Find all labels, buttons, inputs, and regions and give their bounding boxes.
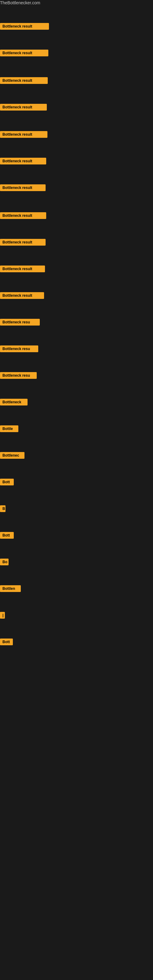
- bottleneck-badge-row: Bottleneck result: [0, 49, 48, 57]
- bottleneck-result-badge[interactable]: Bottleneck result: [0, 77, 48, 84]
- bottleneck-result-badge[interactable]: Bottleneck result: [0, 185, 46, 191]
- bottleneck-result-badge[interactable]: Bottleneck result: [0, 212, 46, 219]
- bottleneck-badge-row: Bottleneck result: [0, 131, 48, 139]
- bottleneck-badge-row: Bottleneck resu: [0, 372, 37, 380]
- bottleneck-badge-row: Bottleneck resu: [0, 319, 40, 327]
- bottleneck-badge-row: Bott: [0, 479, 14, 487]
- bottleneck-badge-row: Bottleneck result: [0, 77, 48, 85]
- bottleneck-result-badge[interactable]: Bo: [0, 558, 9, 565]
- bottleneck-result-badge[interactable]: Bottleneck result: [0, 49, 48, 56]
- bottleneck-badge-row: Bottleneck result: [0, 266, 45, 274]
- bottleneck-result-badge[interactable]: Bottleneck result: [0, 131, 48, 138]
- bottleneck-badge-row: Bottleneck result: [0, 239, 46, 247]
- bottleneck-badge-row: Bottleneck result: [0, 23, 49, 31]
- bottleneck-badge-row: Bo: [0, 558, 9, 566]
- bottleneck-badge-row: Bottleneck result: [0, 185, 46, 192]
- bottleneck-result-badge[interactable]: Bottleneck result: [0, 23, 49, 30]
- bottleneck-badge-row: Bottleneck result: [0, 212, 46, 220]
- bottleneck-badge-row: Bott: [0, 532, 14, 540]
- bottleneck-badge-row: Bottle: [0, 425, 18, 433]
- bottleneck-badge-row: Bottleneck result: [0, 104, 47, 112]
- bottleneck-result-badge[interactable]: Bott: [0, 479, 14, 485]
- bottleneck-badge-row: Bottleneck result: [0, 292, 44, 300]
- bottleneck-badge-row: Bottlen: [0, 585, 21, 593]
- bottleneck-result-badge[interactable]: Bottleneck result: [0, 292, 44, 299]
- bottleneck-badge-row: Bottleneck result: [0, 158, 46, 166]
- bottleneck-result-badge[interactable]: Bottle: [0, 425, 18, 432]
- bottleneck-result-badge[interactable]: Bottleneck result: [0, 104, 47, 111]
- bottleneck-result-badge[interactable]: Bottlenec: [0, 452, 24, 459]
- bottleneck-result-badge[interactable]: Bottlen: [0, 585, 21, 592]
- bottleneck-badge-row: Bottlenec: [0, 452, 24, 460]
- bottleneck-badge-row: Bottleneck: [0, 399, 27, 407]
- bottleneck-result-badge[interactable]: Bottleneck resu: [0, 319, 40, 326]
- bottleneck-badge-row: |: [0, 612, 5, 620]
- bottleneck-result-badge[interactable]: |: [0, 612, 5, 619]
- bottleneck-result-badge[interactable]: B: [0, 505, 5, 512]
- bottleneck-result-badge[interactable]: Bottleneck result: [0, 239, 46, 246]
- bottleneck-result-badge[interactable]: Bottleneck resu: [0, 345, 38, 352]
- bottleneck-badge-row: Bott: [0, 638, 13, 646]
- bottleneck-result-badge[interactable]: Bottleneck: [0, 399, 27, 406]
- bottleneck-result-badge[interactable]: Bottleneck result: [0, 266, 45, 272]
- bottleneck-badge-row: B: [0, 505, 5, 513]
- site-title: TheBottlenecker.com: [0, 0, 153, 5]
- bottleneck-result-badge[interactable]: Bott: [0, 532, 14, 539]
- bottleneck-result-badge[interactable]: Bottleneck resu: [0, 372, 37, 379]
- bottleneck-result-badge[interactable]: Bottleneck result: [0, 158, 46, 164]
- bottleneck-badge-row: Bottleneck resu: [0, 345, 38, 353]
- bottleneck-result-badge[interactable]: Bott: [0, 638, 13, 645]
